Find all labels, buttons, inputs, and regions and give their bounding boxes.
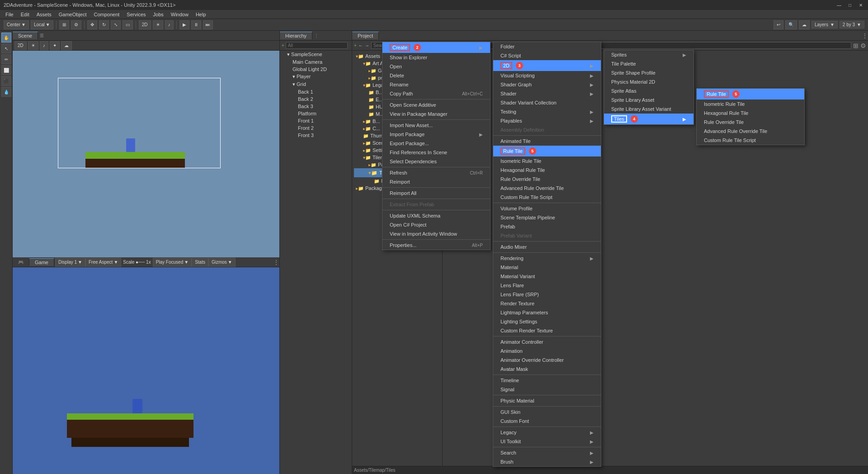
tiles-rule-tile[interactable]: Rule Tile 5 [697,89,804,100]
context-update-uxml[interactable]: Update UXML Schema [382,211,490,220]
create-rule-tile[interactable]: Rule Tile 5 [493,146,601,156]
2d-sprite-atlas[interactable]: Sprite Atlas [604,86,693,95]
context-find-references[interactable]: Find References In Scene [382,148,490,157]
tool-eraser[interactable]: ⬜ [1,65,11,75]
hierarchy-player[interactable]: ▾ Player [280,73,352,81]
menu-component[interactable]: Component [90,11,123,18]
context-reimport-all[interactable]: Reimport All [382,189,490,198]
game-aspect-btn[interactable]: Free Aspect▼ [85,258,121,267]
create-audio-mixer[interactable]: Audio Mixer [493,242,601,251]
account-button[interactable]: ☁ [799,20,810,29]
tool-scale[interactable]: ⤡ [111,20,121,29]
context-rename[interactable]: Rename [382,80,490,89]
2d-physics-material-2d[interactable]: Physics Material 2D [604,77,693,86]
create-custom-rule-tile-script[interactable]: Custom Rule Tile Script [493,193,601,202]
create-testing[interactable]: Testing ▶ [493,107,601,116]
create-legacy[interactable]: Legacy ▶ [493,428,601,437]
hierarchy-front3[interactable]: Front 3 [280,132,352,139]
create-timeline[interactable]: Timeline [493,376,601,385]
2d-sprite-shape-profile[interactable]: Sprite Shape Profile [604,68,693,77]
hierarchy-back3[interactable]: Back 3 [280,103,352,110]
create-signal[interactable]: Signal [493,385,601,394]
scene-sky-btn[interactable]: ☁ [61,41,72,50]
context-reimport[interactable]: Reimport [382,177,490,186]
project-view-options[interactable]: ⊞ [853,42,859,49]
pause-button[interactable]: ⏸ [191,20,201,29]
create-lighting-settings[interactable]: Lighting Settings [493,317,601,326]
layout-dropdown[interactable]: 2 by 3 ▼ [840,21,864,28]
tool-eyedropper[interactable]: 💧 [1,87,11,97]
2d-tile-palette[interactable]: Tile Palette [604,59,693,68]
create-shader-graph[interactable]: Shader Graph ▶ [493,80,601,89]
create-avatar-mask[interactable]: Avatar Mask [493,365,601,374]
2d-button[interactable]: 2D [139,20,151,29]
create-animation[interactable]: Animation [493,346,601,356]
context-properties[interactable]: Properties... Alt+P [382,241,490,250]
context-copy-path[interactable]: Copy Path Alt+Ctrl+C [382,89,490,98]
game-panel-options[interactable]: ⋮ [273,259,279,266]
context-refresh[interactable]: Refresh Ctrl+R [382,168,490,177]
create-material-variant[interactable]: Material Variant [493,272,601,281]
context-import-new-asset[interactable]: Import New Asset... [382,121,490,130]
context-open[interactable]: Open [382,62,490,71]
project-back-btn[interactable]: ← [359,43,363,48]
search-toolbar-button[interactable]: 🔍 [785,20,797,29]
create-render-texture[interactable]: Render Texture [493,299,601,308]
create-rendering[interactable]: Rendering ▶ [493,254,601,263]
project-tab[interactable]: Project [352,32,379,39]
hierarchy-add-btn[interactable]: + [282,43,284,48]
menu-help[interactable]: Help [192,11,210,18]
create-folder[interactable]: Folder [493,42,601,51]
tiles-custom-rule-script[interactable]: Custom Rule Tile Script [697,136,804,145]
create-material[interactable]: Material [493,263,601,272]
hierarchy-maincamera[interactable]: Main Camera [280,58,352,66]
maximize-button[interactable]: □ [846,1,854,9]
create-hexagonal-rule-tile[interactable]: Hexagonal Rule Tile [493,166,601,175]
tool-fill[interactable]: ⬛ [1,76,11,86]
menu-window[interactable]: Window [167,11,192,18]
tool-cursor[interactable]: ↖ [1,43,11,53]
hierarchy-samplescene[interactable]: ▾ SampleScene [280,51,352,58]
context-view-import-activity[interactable]: View in Import Activity Window [382,229,490,238]
2d-tiles-highlighted[interactable]: Tiles 4 ▶ [604,114,693,124]
context-export-package[interactable]: Export Package... [382,139,490,148]
create-ui-toolkit[interactable]: UI Toolkit ▶ [493,437,601,446]
scene-light-btn[interactable]: ☀ [28,41,38,50]
hierarchy-search-input[interactable] [286,42,348,49]
create-prefab[interactable]: Prefab [493,222,601,231]
create-gui-skin[interactable]: GUI Skin [493,408,601,417]
grid-toggle[interactable]: ⊞ [59,20,69,29]
game-gizmos-btn[interactable]: Gizmos▼ [208,258,236,267]
create-physic-material[interactable]: Physic Material [493,396,601,405]
create-search[interactable]: Search ▶ [493,448,601,457]
tiles-advanced-rule-override[interactable]: Advanced Rule Override Tile [697,127,804,136]
context-open-csharp[interactable]: Open C# Project [382,220,490,229]
create-csharp-script[interactable]: C# Script [493,51,601,60]
2d-sprite-library-asset-variant[interactable]: Sprite Library Asset Variant [604,104,693,114]
menu-file[interactable]: File [2,11,17,18]
2d-sprite-library-asset[interactable]: Sprite Library Asset [604,95,693,104]
menu-assets[interactable]: Assets [33,11,55,18]
create-playables[interactable]: Playables ▶ [493,116,601,125]
context-select-deps[interactable]: Select Dependencies [382,157,490,166]
create-scene-template[interactable]: Scene Template Pipeline [493,213,601,222]
audio-toggle[interactable]: ♪ [165,20,174,29]
center-mode-button[interactable]: Center ▼ [4,20,29,29]
create-lens-flare-srp[interactable]: Lens Flare (SRP) [493,290,601,299]
create-custom-font[interactable]: Custom Font [493,417,601,426]
create-shader-variant[interactable]: Shader Variant Collection [493,98,601,107]
create-rule-override-tile[interactable]: Rule Override Tile [493,175,601,184]
project-panel-options[interactable]: ⋮ [862,32,868,39]
tiles-hexagonal-rule-tile[interactable]: Hexagonal Rule Tile [697,109,804,118]
create-custom-render-texture[interactable]: Custom Render Texture [493,326,601,335]
scene-tab[interactable]: Scene [13,32,38,39]
create-animated-tile[interactable]: Animated Tile [493,137,601,146]
game-display-btn[interactable]: Display 1▼ [55,258,85,267]
close-button[interactable]: ✕ [857,1,864,9]
play-button[interactable]: ▶ [179,20,189,29]
tool-rect[interactable]: ▭ [123,20,133,29]
menu-edit[interactable]: Edit [17,11,33,18]
context-view-package-manager[interactable]: View in Package Manager [382,109,490,118]
context-import-package[interactable]: Import Package ▶ [382,130,490,139]
game-stats-btn[interactable]: Stats [192,258,208,267]
